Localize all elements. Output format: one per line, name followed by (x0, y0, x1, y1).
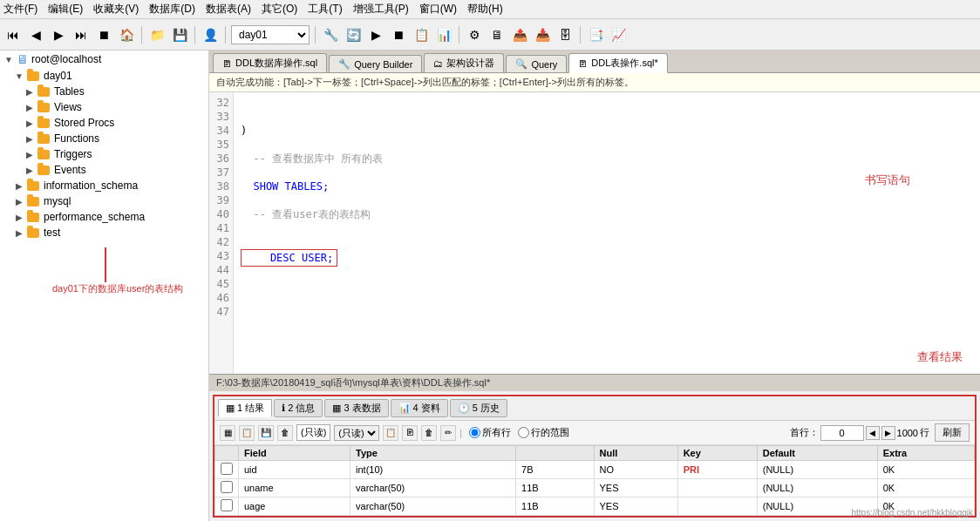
row-checkbox[interactable] (221, 499, 233, 511)
nav-back-btn[interactable]: ◀ (26, 25, 45, 44)
sidebar-item-events[interactable]: ▶ Events (0, 162, 208, 178)
menu-window[interactable]: 窗口(W) (419, 2, 457, 17)
tool-btn-6[interactable]: 📊 (434, 25, 453, 44)
nav-prev-btn[interactable]: ◀ (866, 426, 880, 440)
result-tab-5[interactable]: 🕐 5 历史 (450, 399, 507, 417)
tool-btn-9[interactable]: 📤 (510, 25, 529, 44)
sidebar-item-views[interactable]: ▶ Views (0, 99, 208, 115)
functions-folder-icon (37, 134, 50, 144)
cell-field: uname (239, 479, 350, 497)
result-tab-3[interactable]: ▦ 3 表数据 (324, 399, 388, 417)
readonly-select[interactable]: (只读) (334, 425, 379, 441)
nav-first-btn[interactable]: ⏮ (3, 25, 23, 44)
col-header-type: Type (350, 446, 516, 461)
row-checkbox[interactable] (221, 481, 233, 493)
nav-next-btn[interactable]: ▶ (881, 426, 895, 440)
result-tab-1[interactable]: ▦ 1 结果 (218, 399, 272, 417)
sidebar-infschema-label: information_schema (44, 179, 138, 192)
open-btn[interactable]: 📁 (147, 25, 167, 44)
menu-other[interactable]: 其它(O) (262, 2, 297, 17)
radio-row-range-input[interactable] (518, 427, 529, 438)
result-btn-7[interactable]: 🗑 (421, 425, 437, 441)
menu-enhance[interactable]: 增强工具(P) (353, 2, 409, 17)
nav-last-btn[interactable]: ⏭ (71, 25, 91, 44)
sidebar-db-test[interactable]: ▶ test (0, 225, 208, 240)
first-row-input[interactable] (820, 425, 864, 441)
row-checkbox[interactable] (221, 463, 233, 475)
sidebar-root[interactable]: ▼ 🖥 root@localhost (0, 51, 208, 68)
tab-ddl-database[interactable]: 🖹 DDL数据库操作.sql (213, 53, 327, 72)
tab-ddl-table[interactable]: 🖹 DDL表操作.sql* (568, 53, 667, 73)
result-btn-8[interactable]: ✏ (440, 425, 456, 441)
tool-btn-5[interactable]: 📋 (412, 25, 431, 44)
menu-table[interactable]: 数据表(A) (206, 2, 251, 17)
table-row: uid int(10) 7B NO PRI (NULL) 0K (215, 461, 975, 479)
sidebar-db-information-schema[interactable]: ▶ information_schema (0, 178, 208, 193)
result-btn-2[interactable]: 📋 (239, 425, 255, 441)
perfschema-folder-icon (27, 213, 39, 222)
editor-content[interactable]: 32 33 34 35 36 37 38 39 40 41 42 43 44 4… (209, 92, 980, 374)
menu-file[interactable]: 文件(F) (3, 2, 37, 17)
sidebar-item-triggers[interactable]: ▶ Triggers (0, 146, 208, 162)
main-layout: ▼ 🖥 root@localhost ▼ day01 ▶ Tables ▶ Vi… (0, 51, 980, 521)
sidebar-views-label: Views (54, 101, 82, 113)
col-header-field: Field (239, 446, 350, 461)
result-btn-4[interactable]: 🗑 (277, 425, 293, 441)
tool-btn-1[interactable]: 🔧 (321, 25, 340, 44)
tab-schema-designer[interactable]: 🗂 架构设计器 (424, 53, 504, 72)
home-btn[interactable]: 🏠 (117, 25, 136, 44)
tab-query-builder[interactable]: 🔧 Query Builder (329, 55, 422, 72)
sidebar-mysql-label: mysql (44, 195, 71, 207)
user-btn[interactable]: 👤 (201, 25, 220, 44)
result-btn-6[interactable]: 🖹 (402, 425, 418, 441)
sidebar-item-functions[interactable]: ▶ Functions (0, 131, 208, 146)
result-tab-3-icon: ▦ (332, 403, 341, 414)
radio-all-rows[interactable]: 所有行 (469, 426, 511, 439)
result-tab-2[interactable]: ℹ 2 信息 (274, 399, 323, 417)
tab-query[interactable]: 🔍 Query (506, 55, 567, 72)
tool-btn-12[interactable]: 📑 (586, 25, 605, 44)
sidebar-item-storedprocs[interactable]: ▶ Stored Procs (0, 115, 208, 131)
cell-extra: 0K (877, 461, 974, 479)
radio-all-rows-input[interactable] (469, 427, 480, 438)
separator-5 (459, 26, 459, 44)
menu-database[interactable]: 数据库(D) (149, 2, 195, 17)
sidebar-item-tables[interactable]: ▶ Tables (0, 84, 208, 99)
sidebar-db-performance-schema[interactable]: ▶ performance_schema (0, 209, 208, 225)
tables-folder-icon (37, 87, 50, 97)
result-btn-5[interactable]: 📋 (383, 425, 398, 441)
sidebar-functions-label: Functions (54, 132, 99, 145)
menu-tools[interactable]: 工具(T) (308, 2, 342, 17)
menu-favorites[interactable]: 收藏夹(V) (93, 2, 139, 17)
save-btn[interactable]: 💾 (170, 25, 189, 44)
line-numbers: 32 33 34 35 36 37 38 39 40 41 42 43 44 4… (209, 92, 234, 374)
file-path: F:\03-数据库\20180419_sql语句\mysql单表\资料\DDL表… (216, 376, 490, 389)
menu-edit[interactable]: 编辑(E) (48, 2, 83, 17)
tool-btn-11[interactable]: 🗄 (555, 25, 575, 44)
menu-help[interactable]: 帮助(H) (467, 2, 503, 17)
code-editor[interactable]: ) -- 查看数据库中 所有的表 SHOW TABLES; -- 查看user表… (234, 92, 980, 374)
sidebar-db-mysql[interactable]: ▶ mysql (0, 193, 208, 209)
radio-row-range[interactable]: 行的范围 (518, 426, 569, 439)
result-btn-1[interactable]: ▦ (220, 425, 235, 441)
db-folder-icon (27, 71, 39, 81)
sidebar-db-day01[interactable]: ▼ day01 (0, 68, 208, 84)
tool-btn-8[interactable]: 🖥 (487, 25, 507, 44)
tab-ddl-table-icon: 🖹 (578, 58, 588, 69)
db-select[interactable]: day01 (231, 25, 310, 44)
cell-default: (NULL) (757, 479, 877, 497)
result-tab-4[interactable]: 📊 4 资料 (391, 399, 448, 417)
refresh-button[interactable]: 刷新 (935, 423, 970, 442)
tool-btn-7[interactable]: ⚙ (465, 25, 484, 44)
tool-btn-10[interactable]: 📥 (533, 25, 552, 44)
stop-btn[interactable]: ⏹ (94, 25, 113, 44)
tool-btn-3[interactable]: ▶ (366, 25, 385, 44)
tool-btn-2[interactable]: 🔄 (344, 25, 363, 44)
tab-ddl-database-label: DDL数据库操作.sql (235, 57, 317, 70)
nav-fwd-btn[interactable]: ▶ (49, 25, 68, 44)
result-btn-3[interactable]: 💾 (258, 425, 274, 441)
tool-btn-4[interactable]: ⏹ (389, 25, 408, 44)
tool-btn-13[interactable]: 📈 (609, 25, 628, 44)
cell-type: int(10) (350, 461, 516, 479)
tab-query-icon: 🔍 (515, 58, 527, 70)
